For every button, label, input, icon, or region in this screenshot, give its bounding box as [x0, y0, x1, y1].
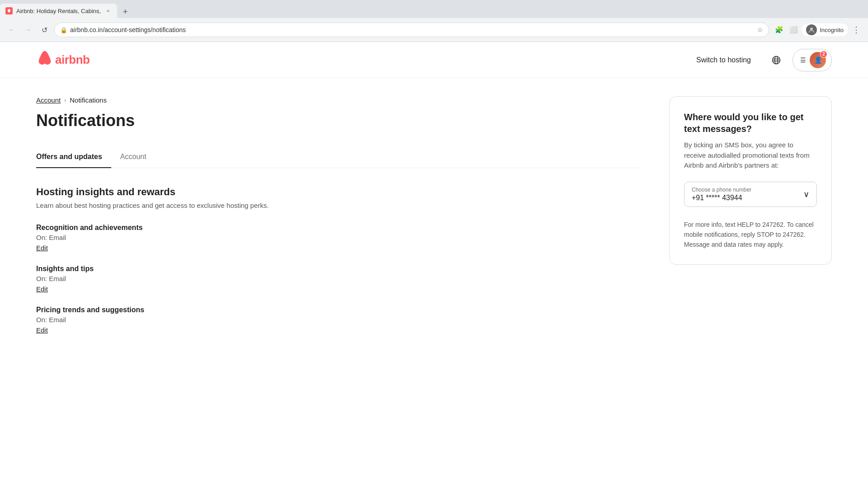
header-right: Switch to hosting ☰ 👤 2	[687, 49, 832, 71]
user-menu[interactable]: ☰ 👤 2	[793, 49, 832, 71]
notif-item-edit-button[interactable]: Edit	[36, 285, 48, 293]
incognito-button[interactable]: Incognito	[802, 23, 848, 36]
notif-item-recognition: Recognition and achievements On: Email E…	[36, 224, 642, 252]
lock-icon: 🔒	[60, 27, 67, 33]
url-display: airbnb.co.in/account-settings/notificati…	[70, 26, 755, 33]
site-header: airbnb Switch to hosting ☰ 👤 2	[0, 42, 868, 78]
main-content: Account › Notifications Notifications Of…	[0, 78, 868, 365]
notif-item-insights: Insights and tips On: Email Edit	[36, 265, 642, 293]
avatar-container: 👤 2	[810, 52, 826, 68]
notification-badge: 2	[820, 51, 827, 58]
switch-to-hosting-button[interactable]: Switch to hosting	[687, 52, 760, 69]
hamburger-icon: ☰	[800, 56, 806, 64]
extensions-button[interactable]: 🧩	[773, 23, 785, 36]
breadcrumb-current: Notifications	[70, 96, 107, 104]
tab-offers-and-updates[interactable]: Offers and updates	[36, 146, 111, 168]
notif-item-edit-button[interactable]: Edit	[36, 244, 48, 252]
breadcrumb-account-link[interactable]: Account	[36, 96, 61, 104]
browser-nav-bar: ← → ↺ 🔒 airbnb.co.in/account-settings/no…	[0, 18, 868, 42]
reload-button[interactable]: ↺	[38, 23, 51, 36]
page: airbnb Switch to hosting ☰ 👤 2	[0, 42, 868, 488]
tab-favicon	[5, 7, 13, 14]
back-icon: ←	[8, 26, 15, 34]
text-messages-panel: Where would you like to get text message…	[669, 96, 832, 265]
incognito-label: Incognito	[820, 27, 844, 33]
content-area: Account › Notifications Notifications Of…	[36, 96, 642, 347]
panel-title: Where would you like to get text message…	[684, 111, 817, 135]
forward-icon: →	[24, 26, 32, 34]
notif-item-edit-button[interactable]: Edit	[36, 326, 48, 334]
notif-item-status: On: Email	[36, 234, 642, 241]
page-title: Notifications	[36, 111, 642, 130]
incognito-avatar	[806, 24, 817, 35]
notif-item-pricing: Pricing trends and suggestions On: Email…	[36, 306, 642, 334]
active-tab[interactable]: Airbnb: Holiday Rentals, Cabins, ×	[0, 4, 117, 18]
browser-tab-bar: Airbnb: Holiday Rentals, Cabins, × +	[0, 0, 868, 18]
browser-chrome: Airbnb: Holiday Rentals, Cabins, × + ← →…	[0, 0, 868, 42]
tab-close-button[interactable]: ×	[104, 7, 112, 14]
language-button[interactable]	[767, 51, 785, 69]
nav-icons-group: 🧩 ⬜ Incognito ⋮	[773, 23, 863, 36]
logo[interactable]: airbnb	[36, 49, 90, 70]
notif-item-status: On: Email	[36, 275, 642, 282]
section-description: Learn about best hosting practices and g…	[36, 202, 642, 209]
bookmark-icon: ☆	[757, 26, 763, 33]
tab-title: Airbnb: Holiday Rentals, Cabins,	[16, 8, 101, 14]
back-button[interactable]: ←	[5, 23, 18, 36]
breadcrumb: Account › Notifications	[36, 96, 642, 104]
sidebar-panel: Where would you like to get text message…	[669, 96, 832, 347]
browser-menu-button[interactable]: ⋮	[850, 23, 863, 36]
panel-footer-text: For more info, text HELP to 247262. To c…	[684, 220, 817, 250]
panel-description: By ticking an SMS box, you agree to rece…	[684, 140, 817, 171]
phone-number-select[interactable]: Choose a phone number +91 ***** 43944 ∨	[684, 182, 817, 207]
globe-icon	[772, 56, 781, 65]
reload-icon: ↺	[42, 26, 47, 34]
phone-select-value: +91 ***** 43944	[692, 194, 751, 202]
notif-item-status: On: Email	[36, 316, 642, 324]
notif-item-title: Insights and tips	[36, 265, 642, 273]
new-tab-button[interactable]: +	[119, 5, 132, 18]
forward-button[interactable]: →	[22, 23, 34, 36]
section-title: Hosting insights and rewards	[36, 186, 642, 198]
sidebar-button[interactable]: ⬜	[787, 23, 800, 36]
logo-icon	[36, 49, 53, 70]
chevron-down-icon: ∨	[803, 189, 809, 199]
logo-text: airbnb	[55, 53, 90, 67]
notif-item-title: Recognition and achievements	[36, 224, 642, 232]
tab-account[interactable]: Account	[120, 146, 156, 168]
address-bar[interactable]: 🔒 airbnb.co.in/account-settings/notifica…	[54, 23, 769, 37]
phone-select-content: Choose a phone number +91 ***** 43944	[692, 187, 751, 202]
phone-select-label: Choose a phone number	[692, 187, 751, 193]
svg-point-0	[810, 28, 813, 30]
notif-item-title: Pricing trends and suggestions	[36, 306, 642, 314]
tabs-container: Offers and updates Account	[36, 146, 642, 168]
breadcrumb-separator: ›	[64, 97, 66, 103]
